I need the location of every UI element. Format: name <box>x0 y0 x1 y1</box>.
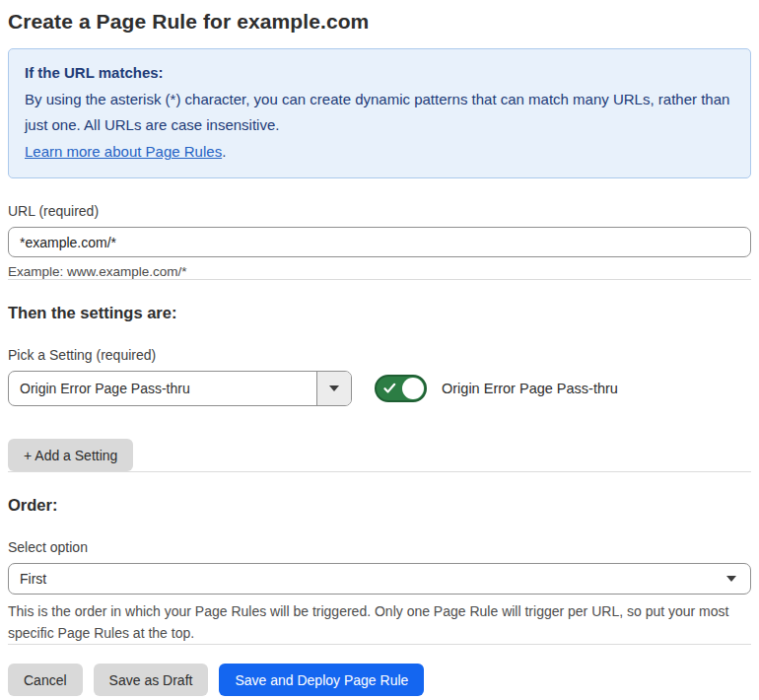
divider <box>8 644 751 645</box>
order-select-value: First <box>20 571 46 587</box>
toggle-knob <box>402 378 424 399</box>
url-match-info-box: If the URL matches: By using the asteris… <box>8 48 751 178</box>
page-title: Create a Page Rule for example.com <box>8 10 751 34</box>
setting-dropdown-arrow-button[interactable] <box>316 372 351 405</box>
url-input[interactable] <box>8 227 751 257</box>
chevron-down-icon <box>726 576 736 582</box>
pick-setting-label: Pick a Setting (required) <box>8 347 751 363</box>
order-help-text: This is the order in which your Page Rul… <box>8 600 751 644</box>
url-example-helper: Example: www.example.com/* <box>8 264 751 279</box>
save-as-draft-button[interactable]: Save as Draft <box>94 664 209 696</box>
divider <box>8 279 751 280</box>
info-link-line: Learn more about Page Rules. <box>25 139 734 165</box>
add-setting-button[interactable]: + Add a Setting <box>8 439 133 471</box>
setting-toggle-label: Origin Error Page Pass-thru <box>442 381 618 396</box>
check-icon <box>383 383 396 394</box>
settings-section-heading: Then the settings are: <box>8 304 751 322</box>
info-box-heading: If the URL matches: <box>25 60 734 86</box>
learn-more-link[interactable]: Learn more about Page Rules <box>25 143 222 160</box>
chevron-down-icon <box>329 385 339 391</box>
setting-row: Origin Error Page Pass-thru Origin Error… <box>8 371 751 406</box>
order-section-heading: Order: <box>8 496 751 515</box>
save-and-deploy-button[interactable]: Save and Deploy Page Rule <box>219 664 424 696</box>
link-suffix: . <box>222 143 226 160</box>
url-field-label: URL (required) <box>8 203 751 219</box>
order-select-label: Select option <box>8 539 751 555</box>
create-page-rule-form: Create a Page Rule for example.com If th… <box>0 0 759 696</box>
order-select[interactable]: First <box>8 563 751 595</box>
cancel-button[interactable]: Cancel <box>8 664 83 696</box>
setting-toggle[interactable] <box>375 375 427 402</box>
divider <box>8 471 751 472</box>
footer-actions: Cancel Save as Draft Save and Deploy Pag… <box>8 664 751 696</box>
setting-dropdown[interactable]: Origin Error Page Pass-thru <box>8 371 352 406</box>
setting-dropdown-value: Origin Error Page Pass-thru <box>9 372 316 405</box>
info-box-body: By using the asterisk (*) character, you… <box>25 87 734 138</box>
